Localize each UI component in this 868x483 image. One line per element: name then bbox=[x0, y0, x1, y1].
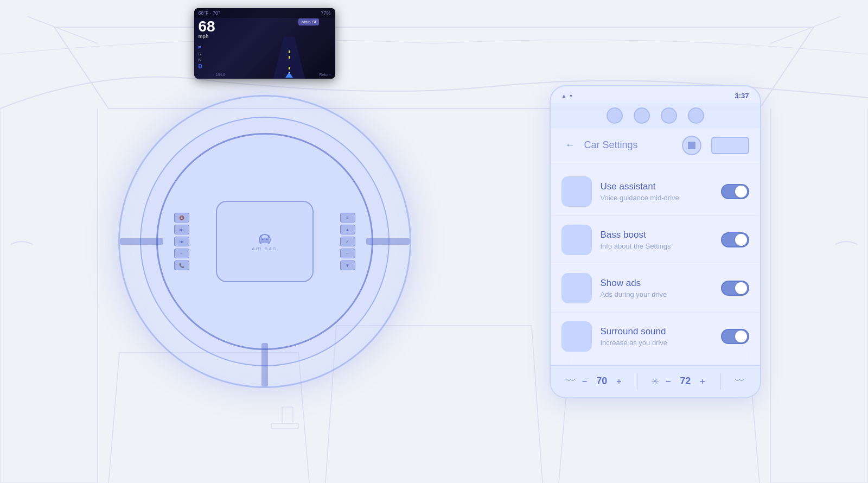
bass-boost-desc: Info about the Settings bbox=[601, 242, 712, 250]
stop-button[interactable] bbox=[682, 136, 701, 155]
nav-map: Main St bbox=[248, 16, 324, 71]
spoke-bottom bbox=[261, 343, 268, 386]
show-ads-title: Show ads bbox=[601, 278, 712, 289]
right-controls: ≡ ▲ ✓ ← ▼ bbox=[340, 213, 355, 270]
nav-dots-row bbox=[551, 103, 760, 128]
nav-status: 68°F · 70° bbox=[199, 10, 220, 16]
speed-value: 68 bbox=[199, 18, 215, 35]
use-assistant-text: Use assistant Voice guidance mid-drive bbox=[601, 181, 712, 202]
nav-eta: Return bbox=[319, 73, 330, 77]
use-assistant-toggle[interactable] bbox=[721, 184, 749, 199]
skip-next-btn[interactable]: ⏭ bbox=[174, 225, 189, 234]
settings-panel: ▲ ▾ 3:37 ← Car Settings bbox=[550, 85, 761, 398]
surround-sound-text: Surround sound Increase as you drive bbox=[601, 326, 712, 347]
surround-sound-title: Surround sound bbox=[601, 326, 712, 337]
right-climate: 〰 bbox=[735, 376, 744, 387]
fan-icon: ✳ bbox=[651, 376, 659, 387]
bass-boost-icon bbox=[561, 225, 592, 255]
svg-point-13 bbox=[261, 238, 263, 240]
climate-divider-2 bbox=[720, 373, 721, 390]
panel-title: Car Settings bbox=[584, 139, 676, 151]
surround-sound-icon bbox=[561, 321, 592, 352]
use-assistant-desc: Voice guidance mid-drive bbox=[601, 194, 712, 202]
bass-boost-toggle[interactable] bbox=[721, 232, 749, 247]
bass-boost-title: Bass boost bbox=[601, 230, 712, 240]
surround-sound-desc: Increase as you drive bbox=[601, 339, 712, 347]
surround-sound-toggle-knob bbox=[735, 331, 747, 342]
show-ads-toggle-knob bbox=[735, 282, 747, 294]
spoke-left bbox=[120, 238, 163, 245]
center-temp-plus[interactable]: + bbox=[698, 376, 707, 387]
nav-dot-4[interactable] bbox=[688, 107, 704, 124]
status-bar: ▲ ▾ 3:37 bbox=[551, 86, 760, 103]
left-temp-minus[interactable]: − bbox=[580, 376, 589, 387]
svg-point-14 bbox=[266, 238, 267, 240]
airbag-label: AIR BAG bbox=[252, 246, 277, 251]
left-controls: 🔇 ⏭ ⏮ − 📞 bbox=[174, 213, 189, 270]
center-temp-minus[interactable]: − bbox=[663, 376, 673, 387]
steering-wheel: 🔇 ⏭ ⏮ − 📞 ≡ ▲ ✓ ← ▼ bbox=[156, 133, 373, 350]
climate-bar: 〰 − 70 + ✳ − 72 + 〰 bbox=[551, 365, 760, 397]
left-temp-plus[interactable]: + bbox=[614, 376, 623, 387]
surround-sound-toggle[interactable] bbox=[721, 329, 749, 344]
panel-header: ← Car Settings bbox=[551, 128, 760, 163]
setting-item-surround-sound[interactable]: Surround sound Increase as you drive bbox=[551, 313, 760, 360]
left-temp-value: 70 bbox=[593, 376, 610, 387]
use-assistant-title: Use assistant bbox=[601, 181, 712, 192]
steering-section: 68°F · 70° 77% 68 mph P R N D Main St bbox=[107, 52, 422, 431]
signal-icon: ▲ bbox=[561, 93, 567, 99]
climate-divider-1 bbox=[637, 373, 637, 390]
setting-item-use-assistant[interactable]: Use assistant Voice guidance mid-drive bbox=[551, 168, 760, 216]
nav-battery: 77% bbox=[321, 10, 330, 16]
setting-item-show-ads[interactable]: Show ads Ads during your drive bbox=[551, 264, 760, 313]
left-climate: 〰 − 70 + bbox=[566, 376, 624, 387]
stop-icon bbox=[688, 142, 695, 149]
down-btn[interactable]: ▼ bbox=[340, 260, 355, 270]
show-ads-icon bbox=[561, 273, 592, 303]
settings-list: Use assistant Voice guidance mid-drive B… bbox=[551, 163, 760, 365]
wifi-icon: ▾ bbox=[570, 93, 572, 99]
center-climate: ✳ − 72 + bbox=[651, 376, 707, 387]
steering-hub: AIR BAG bbox=[216, 201, 314, 282]
show-ads-toggle[interactable] bbox=[721, 281, 749, 296]
check-btn[interactable]: ✓ bbox=[340, 237, 355, 246]
right-heat-icon: 〰 bbox=[735, 376, 744, 387]
show-ads-text: Show ads Ads during your drive bbox=[601, 278, 712, 298]
left-heat-icon: 〰 bbox=[566, 376, 576, 387]
nav-distance: 104.6 bbox=[216, 73, 226, 77]
speed-unit: mph bbox=[199, 34, 215, 39]
phone-btn[interactable]: 📞 bbox=[174, 260, 189, 270]
mute-btn[interactable]: 🔇 bbox=[174, 213, 189, 223]
status-time: 3:37 bbox=[735, 92, 749, 100]
up-btn[interactable]: ▲ bbox=[340, 225, 355, 234]
back-button[interactable]: ← bbox=[561, 137, 579, 154]
use-assistant-icon bbox=[561, 176, 592, 207]
bass-boost-text: Bass boost Info about the Settings bbox=[601, 230, 712, 250]
dashboard-display: 68°F · 70° 77% 68 mph P R N D Main St bbox=[194, 8, 335, 79]
gear-indicator: P R N D bbox=[199, 45, 202, 71]
svg-rect-10 bbox=[260, 238, 269, 243]
back-btn-sw[interactable]: ← bbox=[340, 249, 355, 258]
street-name: Main St bbox=[298, 18, 318, 26]
menu-btn[interactable]: ≡ bbox=[340, 213, 355, 223]
setting-item-bass-boost[interactable]: Bass boost Info about the Settings bbox=[551, 216, 760, 264]
use-assistant-toggle-knob bbox=[735, 186, 747, 198]
show-ads-desc: Ads during your drive bbox=[601, 290, 712, 298]
skip-prev-btn[interactable]: ⏮ bbox=[174, 237, 189, 246]
vol-down-btn[interactable]: − bbox=[174, 249, 189, 258]
center-temp-value: 72 bbox=[677, 376, 693, 387]
spoke-right bbox=[366, 238, 410, 245]
nav-dot-3[interactable] bbox=[661, 107, 677, 124]
nav-dot-1[interactable] bbox=[607, 107, 623, 124]
android-icon bbox=[256, 232, 273, 244]
header-wide-button[interactable] bbox=[711, 137, 749, 154]
nav-dot-2[interactable] bbox=[634, 107, 650, 124]
status-left: ▲ ▾ bbox=[561, 93, 573, 99]
bass-boost-toggle-knob bbox=[735, 234, 747, 246]
